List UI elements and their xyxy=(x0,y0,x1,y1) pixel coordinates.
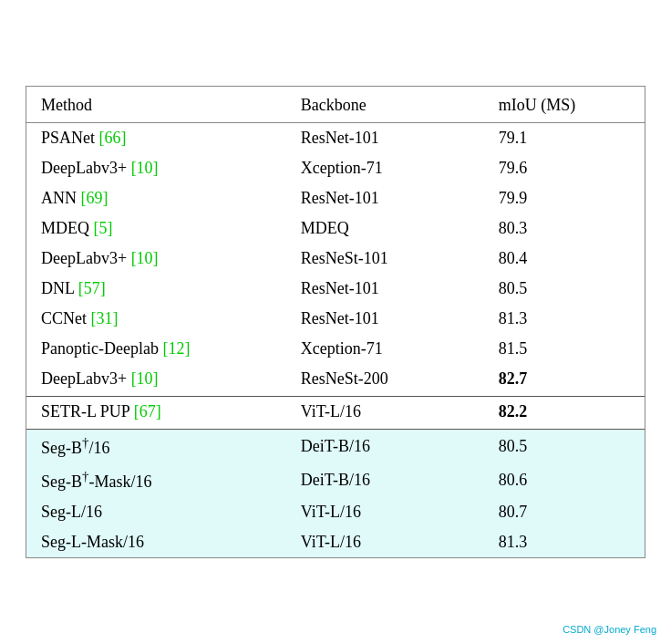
cell-miou: 80.5 xyxy=(484,430,645,464)
cell-miou: 80.6 xyxy=(484,463,645,497)
cell-backbone: ResNet-101 xyxy=(286,123,484,154)
cell-method: SETR-L PUP [67] xyxy=(26,397,286,430)
table-row: DeepLabv3+ [10]ResNeSt-10180.4 xyxy=(26,244,645,274)
cell-method: Panoptic-Deeplab [12] xyxy=(26,334,286,364)
header-backbone: Backbone xyxy=(286,87,484,123)
header-method: Method xyxy=(26,87,286,123)
cell-method: CCNet [31] xyxy=(26,304,286,334)
cell-miou: 80.5 xyxy=(484,274,645,304)
cell-backbone: DeiT-B/16 xyxy=(286,463,484,497)
table-header: Method Backbone mIoU (MS) xyxy=(26,87,645,123)
cell-miou: 81.5 xyxy=(484,334,645,364)
cell-backbone: ResNeSt-200 xyxy=(286,364,484,397)
cell-method: DeepLabv3+ [10] xyxy=(26,244,286,274)
cell-method: Seg-B†/16 xyxy=(26,430,286,464)
cell-miou: 80.7 xyxy=(484,497,645,527)
table-row: DNL [57]ResNet-10180.5 xyxy=(26,274,645,304)
table-row: ANN [69]ResNet-10179.9 xyxy=(26,183,645,213)
cell-miou: 82.7 xyxy=(484,364,645,397)
cell-method: MDEQ [5] xyxy=(26,213,286,244)
cell-backbone: ViT-L/16 xyxy=(286,527,484,557)
cell-miou: 80.3 xyxy=(484,213,645,244)
cell-backbone: Xception-71 xyxy=(286,334,484,364)
cell-backbone: MDEQ xyxy=(286,213,484,244)
comparison-table: Method Backbone mIoU (MS) PSANet [66]Res… xyxy=(26,86,645,558)
table-row-setr: SETR-L PUP [67]ViT-L/1682.2 xyxy=(26,397,645,430)
cell-miou: 80.4 xyxy=(484,244,645,274)
cell-miou: 81.3 xyxy=(484,527,645,557)
cell-method: DeepLabv3+ [10] xyxy=(26,153,286,183)
cell-method: ANN [69] xyxy=(26,183,286,213)
table-row-ours: Seg-L-Mask/16ViT-L/1681.3 xyxy=(26,527,645,557)
cell-backbone: ResNet-101 xyxy=(286,304,484,334)
watermark: CSDN @Joney Feng xyxy=(563,624,656,635)
cell-miou: 82.2 xyxy=(484,397,645,430)
cell-method: Seg-L/16 xyxy=(26,497,286,527)
cell-backbone: ResNet-101 xyxy=(286,183,484,213)
cell-miou: 79.6 xyxy=(484,153,645,183)
cell-method: Seg-B†-Mask/16 xyxy=(26,463,286,497)
table-row: CCNet [31]ResNet-10181.3 xyxy=(26,304,645,334)
table-row-ours: Seg-L/16ViT-L/1680.7 xyxy=(26,497,645,527)
cell-backbone: ViT-L/16 xyxy=(286,397,484,430)
table-row-ours: Seg-B†-Mask/16DeiT-B/1680.6 xyxy=(26,463,645,497)
table-row: Panoptic-Deeplab [12]Xception-7181.5 xyxy=(26,334,645,364)
cell-backbone: DeiT-B/16 xyxy=(286,430,484,464)
cell-miou: 79.9 xyxy=(484,183,645,213)
cell-method: Seg-L-Mask/16 xyxy=(26,527,286,557)
header-miou: mIoU (MS) xyxy=(484,87,645,123)
table-row: MDEQ [5]MDEQ80.3 xyxy=(26,213,645,244)
table-row: PSANet [66]ResNet-10179.1 xyxy=(26,123,645,154)
table-row: DeepLabv3+ [10]ResNeSt-20082.7 xyxy=(26,364,645,397)
cell-method: DNL [57] xyxy=(26,274,286,304)
table-row: DeepLabv3+ [10]Xception-7179.6 xyxy=(26,153,645,183)
table-row-ours: Seg-B†/16DeiT-B/1680.5 xyxy=(26,430,645,464)
cell-miou: 79.1 xyxy=(484,123,645,154)
cell-method: DeepLabv3+ [10] xyxy=(26,364,286,397)
cell-backbone: Xception-71 xyxy=(286,153,484,183)
cell-backbone: ResNet-101 xyxy=(286,274,484,304)
cell-miou: 81.3 xyxy=(484,304,645,334)
cell-method: PSANet [66] xyxy=(26,123,286,154)
cell-backbone: ViT-L/16 xyxy=(286,497,484,527)
cell-backbone: ResNeSt-101 xyxy=(286,244,484,274)
